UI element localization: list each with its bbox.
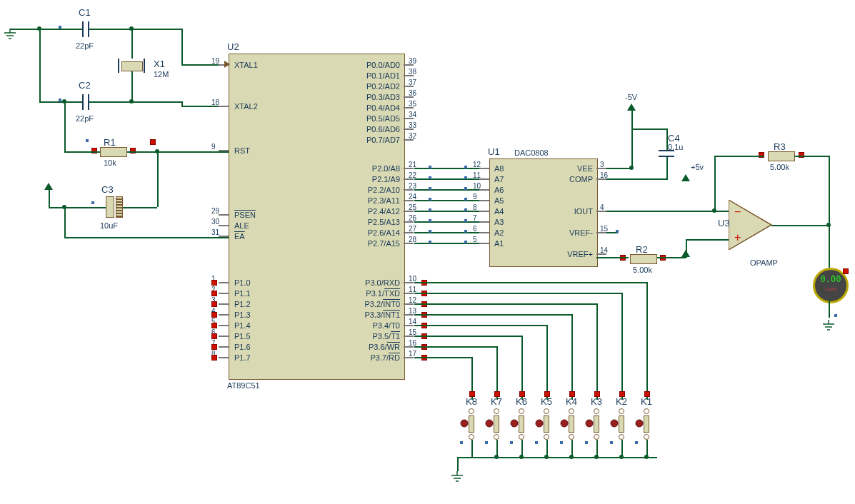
opamp-part: OPAMP bbox=[750, 258, 778, 267]
svg-text:−: − bbox=[734, 206, 741, 218]
vcc-arrow-1 bbox=[44, 183, 53, 190]
svg-text:+: + bbox=[734, 231, 741, 243]
c3-ref: C3 bbox=[101, 184, 114, 195]
r3-body bbox=[768, 151, 795, 161]
c3-stripe bbox=[116, 196, 123, 218]
svg-point-11 bbox=[461, 420, 468, 427]
c1-val: 22pF bbox=[76, 41, 94, 50]
r1-ref: R1 bbox=[104, 137, 116, 148]
c1-ref: C1 bbox=[79, 7, 91, 18]
svg-point-16 bbox=[586, 420, 593, 427]
switch-K2: K2 bbox=[616, 396, 627, 407]
vref-neg-node bbox=[616, 230, 619, 233]
c2-plate1 bbox=[82, 94, 84, 110]
xtal-p2 bbox=[144, 59, 145, 73]
switch-gnd bbox=[450, 471, 464, 485]
mcu-part: AT89C51 bbox=[227, 381, 260, 390]
c3-val: 10uF bbox=[100, 221, 118, 230]
r3-val: 5.00k bbox=[770, 163, 789, 171]
r3-t2 bbox=[799, 152, 804, 158]
c4-val: 0.1u bbox=[668, 143, 683, 151]
crystal-body bbox=[121, 61, 143, 71]
svg-point-15 bbox=[561, 420, 568, 427]
meter-value: 0.00 bbox=[815, 270, 846, 284]
gnd-left bbox=[3, 29, 17, 43]
pos5v-label: +5v bbox=[691, 163, 704, 171]
meter-n bbox=[834, 314, 837, 317]
c1-plate1 bbox=[82, 21, 84, 37]
x1-val: 12M bbox=[154, 70, 169, 79]
r1-body bbox=[100, 147, 127, 157]
opamp-ref: U3 bbox=[718, 218, 730, 228]
r2-val: 5.00k bbox=[633, 266, 652, 274]
neg5v-label: -5V bbox=[625, 93, 637, 101]
switch-K5: K5 bbox=[541, 396, 552, 407]
r2-body bbox=[630, 254, 657, 264]
switch-K8: K8 bbox=[466, 396, 477, 407]
c3-n bbox=[91, 201, 94, 204]
switch-K7: K7 bbox=[491, 396, 502, 407]
svg-point-12 bbox=[486, 420, 493, 427]
mcu-ref: U2 bbox=[227, 41, 239, 52]
c4-ref: C4 bbox=[668, 133, 680, 143]
svg-point-13 bbox=[511, 420, 518, 427]
r2-ref: R2 bbox=[636, 244, 648, 255]
svg-point-18 bbox=[636, 420, 643, 427]
c3-body bbox=[106, 196, 114, 218]
switch-K1: K1 bbox=[641, 396, 652, 407]
dot-grid-background bbox=[0, 0, 855, 504]
xtal-p1 bbox=[118, 59, 119, 73]
switch-K3: K3 bbox=[591, 396, 602, 407]
switch-K6: K6 bbox=[516, 396, 527, 407]
r3-t1 bbox=[759, 152, 764, 158]
svg-point-14 bbox=[536, 420, 543, 427]
svg-marker-23 bbox=[224, 61, 230, 68]
dac-ref: U1 bbox=[488, 146, 500, 157]
neg5v-arrow bbox=[627, 104, 636, 111]
r1-t1 bbox=[91, 148, 97, 153]
meter-unit: Volts bbox=[824, 286, 837, 293]
c2-ref: C2 bbox=[79, 80, 91, 91]
c2-val: 22pF bbox=[76, 114, 94, 123]
meter-gnd bbox=[821, 320, 836, 334]
r1-n1 bbox=[86, 139, 89, 142]
r1-t2 bbox=[130, 148, 136, 153]
pos5v-arrow bbox=[681, 174, 690, 181]
svg-point-17 bbox=[611, 420, 618, 427]
meter-pos bbox=[843, 268, 849, 274]
r3-ref: R3 bbox=[774, 141, 786, 152]
switch-K4: K4 bbox=[566, 396, 577, 407]
dac-part: DAC0808 bbox=[514, 148, 549, 157]
r1-t3 bbox=[150, 139, 156, 145]
opamp-triangle: − + bbox=[729, 200, 779, 250]
opamp-gnd bbox=[680, 271, 691, 281]
x1-ref: X1 bbox=[154, 59, 165, 69]
r1-val: 10k bbox=[104, 158, 116, 167]
